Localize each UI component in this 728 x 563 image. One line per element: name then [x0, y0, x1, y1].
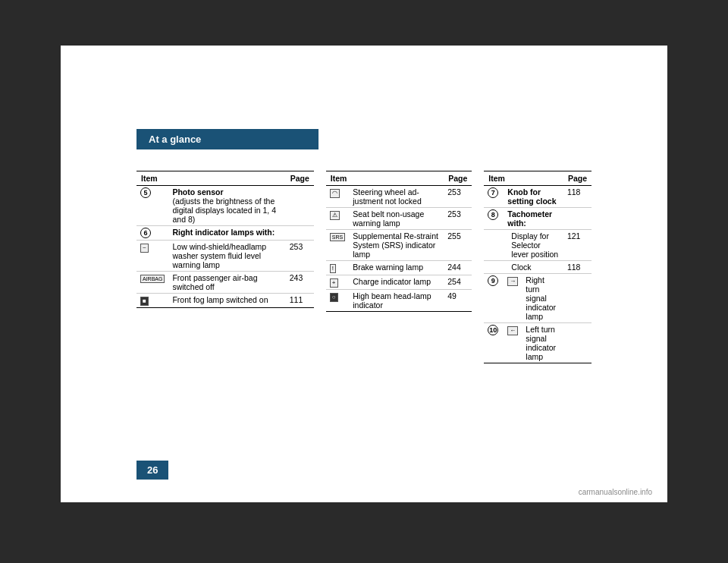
row-page	[563, 274, 592, 323]
row-page: 118	[563, 261, 592, 274]
row-page: 244	[444, 261, 472, 275]
row-item: Brake warning lamp	[349, 261, 444, 275]
row-num: 7	[484, 186, 504, 208]
row-page	[563, 208, 592, 230]
brake-icon: !	[330, 264, 336, 273]
table-row: + Charge indicator lamp 254	[326, 275, 472, 290]
table-row: Display for Selector lever position 121	[484, 230, 592, 261]
row-page: 253	[286, 241, 314, 272]
table-row: ~ Low wind-shield/headlamp washer system…	[136, 241, 314, 272]
row-page: 118	[563, 186, 592, 208]
row-item: Tachometer with:	[504, 208, 563, 230]
table1-item-header: Item	[136, 171, 286, 186]
tables-container: Item Page 5 Photo sensor (adjusts the br…	[136, 171, 592, 363]
row-num: 9	[484, 274, 504, 323]
srs-icon: SRS	[330, 233, 345, 241]
page-number: 26	[136, 461, 168, 480]
wiper-icon: ~	[140, 244, 149, 253]
row-icon: ←	[504, 323, 522, 363]
row-page: 243	[286, 272, 314, 294]
seatbelt-icon: ⚠	[330, 211, 340, 220]
row-item: Left turn signal indicator lamp	[522, 323, 563, 363]
table-row: ⚠ Seat belt non-usage warning lamp 253	[326, 208, 472, 230]
row-page	[286, 226, 314, 241]
content-area: At a glance Item Page 5 Photo sensor	[61, 46, 667, 502]
table-row: AIRBAG Front passenger air-bag switched …	[136, 272, 314, 294]
table-row: ○ High beam head-lamp indicator 49	[326, 290, 472, 312]
table-row: ! Brake warning lamp 244	[326, 261, 472, 275]
watermark: carmanualsonline.info	[579, 488, 652, 496]
row-item: Display for Selector lever position	[504, 230, 563, 261]
row-page: 49	[444, 290, 472, 312]
airbag-icon: AIRBAG	[140, 275, 165, 283]
row-icon: ○	[326, 290, 349, 312]
header-title: At a glance	[149, 134, 201, 145]
table-row: ◠ Steering wheel ad-justment not locked …	[326, 186, 472, 208]
row-page	[563, 323, 592, 363]
fog-icon: ■	[140, 297, 149, 306]
row-item: Front passenger air-bag switched off	[168, 272, 285, 294]
row-item: Right indicator lamps with:	[168, 226, 285, 241]
row-item: High beam head-lamp indicator	[349, 290, 444, 312]
table2-item-header: Item	[326, 171, 444, 186]
row-item: Knob for setting clock	[504, 186, 563, 208]
table3-item-header: Item	[484, 171, 563, 186]
table-row: 9 → Right turn signal indicator lamp	[484, 274, 592, 323]
row-num: 6	[136, 226, 168, 241]
row-icon: ◠	[326, 186, 349, 208]
row-spacer	[484, 261, 504, 274]
table2-page-header: Page	[444, 171, 472, 186]
row-icon: ⚠	[326, 208, 349, 230]
row-item: Low wind-shield/headlamp washer system f…	[168, 241, 285, 272]
row-item: Clock	[504, 261, 563, 274]
row-num: 10	[484, 323, 504, 363]
row-page: 253	[444, 186, 472, 208]
table-1: Item Page 5 Photo sensor (adjusts the br…	[136, 171, 314, 308]
row-item: Steering wheel ad-justment not locked	[349, 186, 444, 208]
row-item: Supplemental Re-straint System (SRS) ind…	[349, 230, 444, 261]
table-row: ■ Front fog lamp switched on 111	[136, 294, 314, 308]
row-page: 255	[444, 230, 472, 261]
page-background: At a glance Item Page 5 Photo sensor	[0, 0, 728, 563]
steering-icon: ◠	[330, 189, 340, 198]
highbeam-icon: ○	[330, 293, 338, 302]
table-2: Item Page ◠ Steering wheel ad-justment n…	[326, 171, 472, 312]
row-icon: SRS	[326, 230, 349, 261]
row-item: Seat belt non-usage warning lamp	[349, 208, 444, 230]
table-row: SRS Supplemental Re-straint System (SRS)…	[326, 230, 472, 261]
row-spacer	[484, 230, 504, 261]
row-item: Right turn signal indicator lamp	[522, 274, 563, 323]
row-page: 253	[444, 208, 472, 230]
table1-page-header: Page	[286, 171, 314, 186]
section-header: At a glance	[136, 129, 318, 149]
charge-icon: +	[330, 278, 338, 288]
table-row: 6 Right indicator lamps with:	[136, 226, 314, 241]
row-num: 5	[136, 186, 168, 226]
table-row: 10 ← Left turn signal indicator lamp	[484, 323, 592, 363]
table3-page-header: Page	[563, 171, 592, 186]
table-row: 7 Knob for setting clock 118	[484, 186, 592, 208]
row-icon: →	[504, 274, 522, 323]
row-item: Photo sensor (adjusts the brightness of …	[168, 186, 285, 226]
table-3: Item Page 7 Knob for setting clock 118 8…	[484, 171, 592, 363]
row-icon: ■	[136, 294, 168, 308]
row-item: Front fog lamp switched on	[168, 294, 285, 308]
row-page	[286, 186, 314, 226]
row-item: Charge indicator lamp	[349, 275, 444, 290]
row-page: 254	[444, 275, 472, 290]
table-row: 5 Photo sensor (adjusts the brightness o…	[136, 186, 314, 226]
row-page: 121	[563, 230, 592, 261]
row-icon: +	[326, 275, 349, 290]
row-icon: !	[326, 261, 349, 275]
row-page: 111	[286, 294, 314, 308]
right-turn-icon: →	[507, 277, 518, 286]
table-row: Clock 118	[484, 261, 592, 274]
table-row: 8 Tachometer with:	[484, 208, 592, 230]
row-num: 8	[484, 208, 504, 230]
left-turn-icon: ←	[507, 326, 518, 335]
row-icon: ~	[136, 241, 168, 272]
row-icon: AIRBAG	[136, 272, 168, 294]
